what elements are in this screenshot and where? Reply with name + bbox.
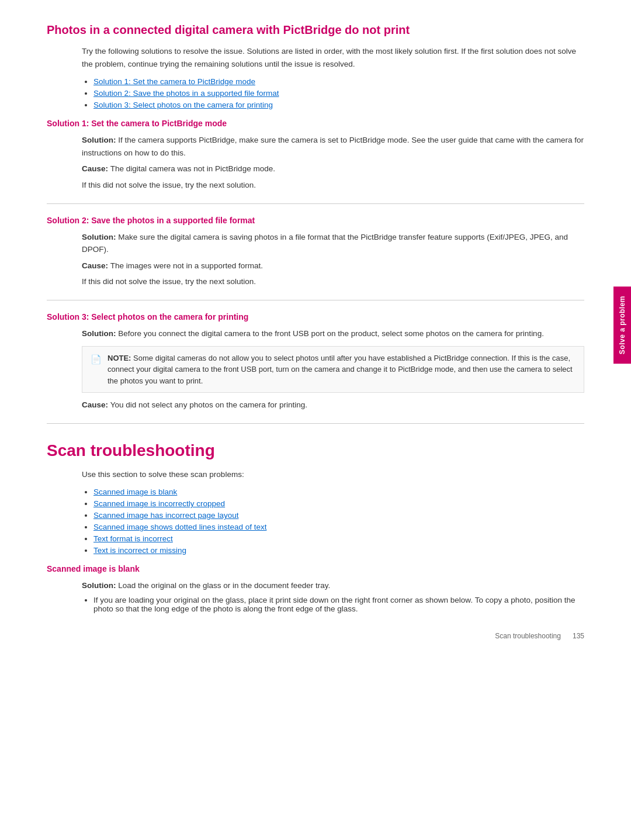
pictbridge-section: Photos in a connected digital camera wit…: [47, 23, 584, 424]
page-container: Photos in a connected digital camera wit…: [0, 0, 631, 658]
solution1-text: Solution: If the camera supports PictBri…: [82, 134, 584, 159]
side-tab-label: Solve a problem: [618, 296, 626, 354]
solution3-title: Solution 3: Select photos on the camera …: [47, 312, 584, 322]
solution2-text: Solution: Make sure the digital camera i…: [82, 231, 584, 256]
solution2-cause: Cause: The images were not in a supporte…: [82, 260, 584, 272]
solution3-note: 📄 NOTE: Some digital cameras do not allo…: [82, 346, 584, 393]
solution1-next: If this did not solve the issue, try the…: [82, 179, 584, 192]
toc-item-3: Solution 3: Select photos on the camera …: [93, 101, 584, 109]
scan-blank-solution: Solution: Load the original on the glass…: [82, 579, 584, 592]
solution1-cause: Cause: The digital camera was not in Pic…: [82, 163, 584, 175]
solution3-body: Before you connect the digital camera to…: [118, 329, 544, 338]
scan-toc-item-4: Scanned image shows dotted lines instead…: [93, 523, 584, 531]
solution3-block: Solution: Before you connect the digital…: [82, 327, 584, 412]
scan-blank-block: Solution: Load the original on the glass…: [82, 579, 584, 613]
scan-toc-link-2[interactable]: Scanned image is incorrectly cropped: [93, 499, 225, 508]
scan-toc-item-5: Text format is incorrect: [93, 534, 584, 543]
solution3-cause: Cause: You did not select any photos on …: [82, 399, 584, 412]
toc-item-2: Solution 2: Save the photos in a support…: [93, 89, 584, 98]
solution2-next: If this did not solve the issue, try the…: [82, 275, 584, 288]
solution2-cause-body: The images were not in a supported forma…: [110, 261, 263, 270]
scan-toc-item-1: Scanned image is blank: [93, 488, 584, 496]
solution2-body: Make sure the digital camera is saving p…: [82, 233, 568, 254]
scan-main-title: Scan troubleshooting: [47, 441, 584, 460]
solution1-container: Solution 1: Set the camera to PictBridge…: [47, 119, 584, 191]
pictbridge-toc: Solution 1: Set the camera to PictBridge…: [93, 77, 584, 109]
note-body: Some digital cameras do not allow you to…: [108, 354, 573, 385]
toc-link-2[interactable]: Solution 2: Save the photos in a support…: [93, 89, 279, 98]
solution2-label: Solution:: [82, 233, 118, 241]
scan-toc-item-2: Scanned image is incorrectly cropped: [93, 499, 584, 508]
toc-link-1[interactable]: Solution 1: Set the camera to PictBridge…: [93, 77, 255, 86]
scan-toc-link-6[interactable]: Text is incorrect or missing: [93, 546, 186, 555]
solution1-block: Solution: If the camera supports PictBri…: [82, 134, 584, 191]
scan-toc: Scanned image is blank Scanned image is …: [93, 488, 584, 555]
note-label: NOTE:: [108, 354, 131, 362]
toc-link-3[interactable]: Solution 3: Select photos on the camera …: [93, 101, 273, 109]
scan-blank-container: Scanned image is blank Solution: Load th…: [47, 564, 584, 613]
note-content: NOTE: Some digital cameras do not allow …: [108, 352, 575, 387]
solution1-cause-label: Cause:: [82, 164, 110, 173]
solution1-label: Solution:: [82, 136, 118, 144]
scan-blank-title: Scanned image is blank: [47, 564, 584, 573]
divider-3: [47, 423, 584, 424]
scan-toc-item-6: Text is incorrect or missing: [93, 546, 584, 555]
scan-intro: Use this section to solve these scan pro…: [82, 468, 584, 481]
solution2-cause-label: Cause:: [82, 261, 110, 270]
scan-blank-body: Load the original on the glass or in the…: [118, 581, 330, 590]
footer-section-label: Scan troubleshooting: [495, 632, 561, 640]
scan-toc-item-3: Scanned image has incorrect page layout: [93, 511, 584, 520]
solution3-label: Solution:: [82, 329, 118, 338]
solution3-cause-label: Cause:: [82, 400, 110, 409]
solution2-block: Solution: Make sure the digital camera i…: [82, 231, 584, 288]
divider-2: [47, 300, 584, 300]
solution1-cause-body: The digital camera was not in PictBridge…: [110, 164, 275, 173]
solution3-cause-body: You did not select any photos on the cam…: [110, 400, 307, 409]
solution1-body: If the camera supports PictBridge, make …: [82, 136, 584, 157]
scan-toc-link-4[interactable]: Scanned image shows dotted lines instead…: [93, 523, 266, 531]
scan-blank-label: Solution:: [82, 581, 118, 590]
scan-toc-link-5[interactable]: Text format is incorrect: [93, 534, 173, 543]
side-tab: Solve a problem: [613, 286, 631, 364]
solution2-title: Solution 2: Save the photos in a support…: [47, 216, 584, 225]
scan-toc-link-3[interactable]: Scanned image has incorrect page layout: [93, 511, 238, 520]
solution2-container: Solution 2: Save the photos in a support…: [47, 216, 584, 288]
scan-blank-bullet-1: If you are loading your original on the …: [93, 596, 584, 613]
footer-page-number: 135: [573, 632, 584, 640]
solution1-title: Solution 1: Set the camera to PictBridge…: [47, 119, 584, 128]
note-icon: 📄: [91, 353, 102, 367]
scan-blank-bullets: If you are loading your original on the …: [93, 596, 584, 613]
scan-toc-link-1[interactable]: Scanned image is blank: [93, 488, 177, 496]
footer: Scan troubleshooting 135: [495, 632, 584, 640]
solution3-text: Solution: Before you connect the digital…: [82, 327, 584, 340]
scan-section: Scan troubleshooting Use this section to…: [47, 441, 584, 613]
pictbridge-intro: Try the following solutions to resolve t…: [82, 45, 584, 70]
divider-1: [47, 203, 584, 204]
toc-item-1: Solution 1: Set the camera to PictBridge…: [93, 77, 584, 86]
solution3-container: Solution 3: Select photos on the camera …: [47, 312, 584, 412]
pictbridge-main-title: Photos in a connected digital camera wit…: [47, 23, 584, 37]
